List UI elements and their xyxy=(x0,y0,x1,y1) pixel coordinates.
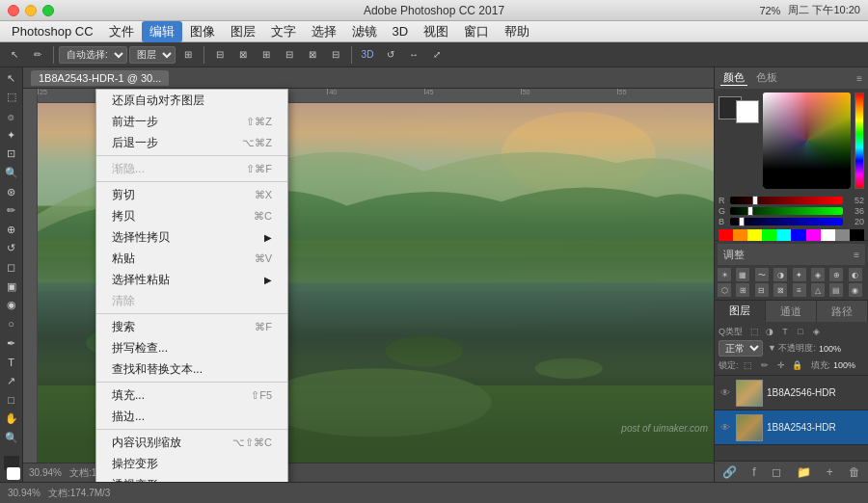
filter-pixel-icon[interactable]: ⬚ xyxy=(747,325,761,338)
palette-cyan[interactable] xyxy=(776,229,791,241)
delete-layer-btn[interactable]: 🗑 xyxy=(849,465,860,479)
menu-fill[interactable]: 填充... ⇧F5 xyxy=(96,384,287,406)
filter-adjustment-icon[interactable]: ◑ xyxy=(763,325,776,338)
menu-step-forward[interactable]: 前进一步 ⇧⌘Z xyxy=(96,111,287,132)
toolbar-3d-scale[interactable]: ⤢ xyxy=(426,44,448,66)
lock-all-icon[interactable]: 🔒 xyxy=(791,358,804,372)
menu-photoshop[interactable]: Photoshop CC xyxy=(4,21,101,42)
adj-selective-color[interactable]: ◉ xyxy=(849,283,862,297)
toolbar-brush[interactable]: ✏ xyxy=(27,44,48,66)
menu-window[interactable]: 窗口 xyxy=(456,21,497,42)
color-wheel[interactable] xyxy=(763,93,851,189)
red-track[interactable] xyxy=(730,197,843,204)
adj-hsl[interactable]: ◈ xyxy=(811,268,825,281)
new-group-btn[interactable]: 📁 xyxy=(797,465,811,479)
maximize-button[interactable] xyxy=(42,5,54,16)
toolbar-align-center[interactable]: ⊠ xyxy=(232,44,254,66)
menu-select[interactable]: 选择 xyxy=(304,21,344,42)
filter-smart-icon[interactable]: ◈ xyxy=(809,325,823,338)
green-track[interactable] xyxy=(730,207,843,215)
toolbar-transform[interactable]: ⊞ xyxy=(177,44,199,66)
adj-levels[interactable]: ▦ xyxy=(736,268,749,281)
toolbar-3d[interactable]: 3D xyxy=(357,44,378,66)
toolbar-align-right[interactable]: ⊞ xyxy=(256,44,277,66)
lock-position-icon[interactable]: ✛ xyxy=(774,358,788,372)
palette-white[interactable] xyxy=(821,229,835,241)
tool-rect-select[interactable]: ⬚ xyxy=(2,89,21,107)
menu-puppet-warp[interactable]: 操控变形 xyxy=(96,453,287,474)
dropdown-overlay[interactable]: 还原自动对齐图层 前进一步 ⇧⌘Z 后退一步 ⌥⌘Z 渐隐... ⇧⌘F xyxy=(23,67,714,482)
palette-black[interactable] xyxy=(850,229,864,241)
menu-image[interactable]: 图像 xyxy=(182,21,223,42)
menu-view[interactable]: 视图 xyxy=(416,21,456,42)
tool-lasso[interactable]: ⌾ xyxy=(2,107,21,125)
menu-copy-special[interactable]: 选择性拷贝 ▶ xyxy=(96,226,287,248)
tool-blur[interactable]: ◉ xyxy=(2,297,21,315)
adj-color-lookup[interactable]: ⊟ xyxy=(755,283,769,297)
tool-pen[interactable]: ✒ xyxy=(2,334,21,353)
menu-layer[interactable]: 图层 xyxy=(223,21,263,42)
filter-text-icon[interactable]: T xyxy=(778,325,792,338)
tool-eyedropper[interactable]: 🔍 xyxy=(2,164,21,182)
tab-layers[interactable]: 图层 xyxy=(715,301,766,322)
toolbar-3d-move[interactable]: ↔ xyxy=(403,44,424,66)
red-thumb[interactable] xyxy=(752,196,758,205)
adj-gradient-map[interactable]: ▤ xyxy=(829,283,843,297)
palette-yellow[interactable] xyxy=(747,229,762,241)
link-layers-btn[interactable]: 🔗 xyxy=(722,465,737,479)
toolbar-move[interactable]: ↖ xyxy=(4,44,25,66)
menu-paste[interactable]: 粘贴 ⌘V xyxy=(96,248,287,269)
add-style-btn[interactable]: f xyxy=(752,465,755,479)
palette-blue[interactable] xyxy=(791,229,805,241)
add-mask-btn[interactable]: ◻ xyxy=(772,465,781,479)
tool-brush[interactable]: ✏ xyxy=(2,201,21,220)
menu-cut[interactable]: 剪切 ⌘X xyxy=(96,184,287,205)
menu-3d[interactable]: 3D xyxy=(385,21,417,42)
menu-help[interactable]: 帮助 xyxy=(497,21,537,42)
layer-dropdown[interactable]: 图层 xyxy=(129,46,176,64)
tool-spot-heal[interactable]: ⊛ xyxy=(2,183,21,201)
hue-strip[interactable] xyxy=(854,93,864,189)
palette-green[interactable] xyxy=(762,229,776,241)
toolbar-align-vcenter[interactable]: ⊠ xyxy=(302,44,323,66)
adj-curves[interactable]: 〜 xyxy=(755,268,769,281)
adjustments-menu-icon[interactable]: ≡ xyxy=(854,250,859,260)
palette-orange[interactable] xyxy=(733,229,747,241)
toolbar-align-bottom[interactable]: ⊟ xyxy=(325,44,346,66)
tool-magic-wand[interactable]: ✦ xyxy=(2,126,21,145)
panel-menu-icon[interactable]: ≡ xyxy=(856,73,862,84)
menu-copy[interactable]: 拷贝 ⌘C xyxy=(96,205,287,226)
menu-clear[interactable]: 清除 xyxy=(96,290,287,311)
palette-red[interactable] xyxy=(719,229,733,241)
tool-crop[interactable]: ⊡ xyxy=(2,146,21,164)
tool-zoom[interactable]: 🔍 xyxy=(2,429,21,447)
background-color-swatch[interactable] xyxy=(7,467,20,480)
menu-paste-special[interactable]: 选择性粘贴 ▶ xyxy=(96,269,287,290)
toolbar-3d-rotate[interactable]: ↺ xyxy=(380,44,401,66)
background-swatch[interactable] xyxy=(736,100,759,123)
menu-file[interactable]: 文件 xyxy=(101,21,142,42)
blue-track[interactable] xyxy=(730,218,843,225)
adj-channel-mixer[interactable]: ⊞ xyxy=(736,283,749,297)
blue-thumb[interactable] xyxy=(739,217,745,226)
toolbar-align-top[interactable]: ⊟ xyxy=(279,44,300,66)
tool-path-select[interactable]: ↗ xyxy=(2,372,21,390)
tool-dodge[interactable]: ○ xyxy=(2,315,21,333)
menu-search[interactable]: 搜索 ⌘F xyxy=(96,316,287,337)
adj-invert[interactable]: ⊠ xyxy=(773,283,787,297)
menu-fade[interactable]: 渐隐... ⇧⌘F xyxy=(96,158,287,179)
tool-gradient[interactable]: ▣ xyxy=(2,278,21,296)
adj-threshold[interactable]: △ xyxy=(811,283,825,297)
menu-persp-warp[interactable]: 透视变形 xyxy=(96,474,287,482)
tool-history-brush[interactable]: ↺ xyxy=(2,240,21,258)
lock-paint-icon[interactable]: ✏ xyxy=(758,358,772,372)
tab-paths[interactable]: 路径 xyxy=(817,301,868,322)
adj-photo-filter[interactable]: ⬡ xyxy=(718,283,731,297)
menu-step-back[interactable]: 后退一步 ⌥⌘Z xyxy=(96,132,287,153)
tab-swatches[interactable]: 色板 xyxy=(753,70,780,86)
layer-eye-1[interactable]: 👁 xyxy=(719,421,732,435)
palette-gray[interactable] xyxy=(835,229,850,241)
adj-color-balance[interactable]: ⊕ xyxy=(829,268,843,281)
tab-color[interactable]: 颜色 xyxy=(720,70,747,86)
layer-item-0[interactable]: 👁 1B8A2546-HDR xyxy=(715,376,868,410)
